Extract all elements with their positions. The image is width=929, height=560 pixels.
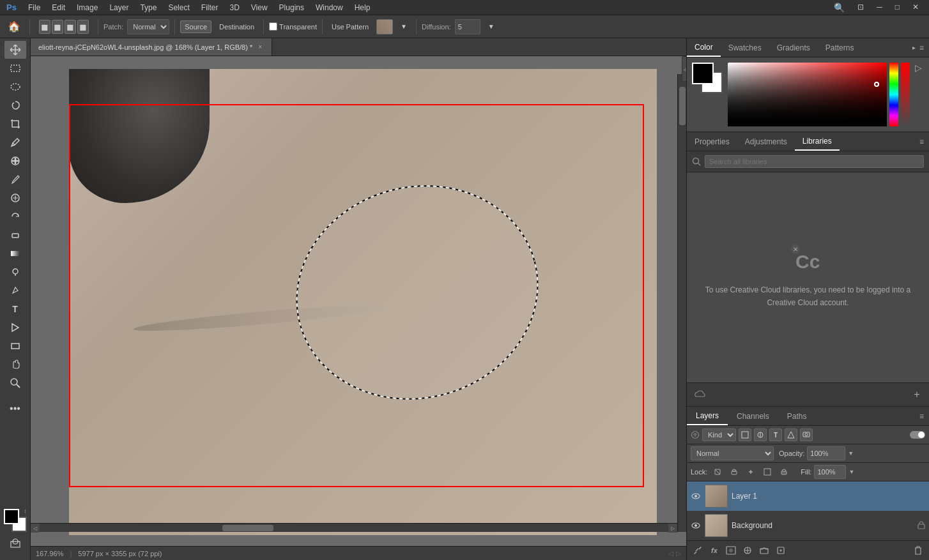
link-layers-btn[interactable]	[691, 543, 705, 557]
color-swatches-widget[interactable]: ↕	[4, 509, 27, 532]
prop-panel-menu[interactable]: ≡	[919, 137, 924, 146]
delete-layer-btn[interactable]	[911, 543, 925, 557]
new-layer-btn[interactable]	[774, 543, 788, 557]
background-visibility[interactable]	[691, 520, 701, 531]
quick-mask-btn[interactable]	[4, 534, 26, 552]
color-alpha-bar[interactable]	[901, 63, 910, 126]
minimize-btn[interactable]: ─	[871, 1, 887, 14]
fg-bg-swatches[interactable]	[692, 63, 723, 93]
tab-paths[interactable]: Paths	[778, 407, 816, 425]
scroll-left-indicator[interactable]: ◁	[668, 550, 673, 557]
tool-more[interactable]: •••	[4, 400, 26, 418]
tool-eraser[interactable]	[4, 226, 26, 244]
lock-transparent-btn[interactable]	[711, 465, 724, 478]
tool-crop[interactable]	[4, 115, 26, 133]
tab-properties[interactable]: Properties	[687, 132, 737, 151]
menu-3d[interactable]: 3D	[224, 2, 244, 13]
close-btn[interactable]: ✕	[907, 1, 924, 14]
menu-layer[interactable]: Layer	[104, 2, 134, 13]
lock-all-btn[interactable]	[778, 465, 790, 478]
tool-brush[interactable]	[4, 170, 26, 188]
filter-smart-btn[interactable]	[800, 428, 813, 441]
tool-pen[interactable]	[4, 282, 26, 299]
maximize-btn[interactable]: □	[890, 1, 905, 14]
fill-input[interactable]	[814, 465, 846, 479]
transparent-checkbox[interactable]	[269, 22, 277, 31]
diffusion-dropdown[interactable]: ▼	[484, 21, 498, 32]
menu-view[interactable]: View	[246, 2, 273, 13]
filter-type-btn[interactable]: T	[769, 428, 782, 441]
cloud-icon[interactable]	[692, 387, 707, 402]
tool-history-brush[interactable]	[4, 208, 26, 225]
tab-close-btn[interactable]: ×	[256, 43, 264, 51]
tool-gradient[interactable]	[4, 245, 26, 262]
blend-mode-select[interactable]: Normal	[691, 446, 774, 460]
diffusion-input[interactable]	[455, 19, 480, 34]
tool-healing[interactable]	[4, 152, 26, 170]
add-library-btn[interactable]: +	[910, 388, 924, 402]
tool-lasso[interactable]	[4, 96, 26, 114]
menu-select[interactable]: Select	[163, 2, 194, 13]
tool-shape[interactable]	[4, 337, 26, 355]
tool-marquee-ellipse[interactable]	[4, 78, 26, 96]
tool-hand[interactable]	[4, 356, 26, 374]
menu-type[interactable]: Type	[135, 2, 162, 13]
scroll-left-btn[interactable]: ◁	[31, 524, 40, 533]
tool-path-select[interactable]	[4, 319, 26, 337]
layer-row-1[interactable]: Layer 1	[687, 481, 929, 511]
tab-swatches[interactable]: Swatches	[721, 38, 769, 57]
home-btn[interactable]: 🏠	[4, 19, 24, 34]
source-btn[interactable]: Source	[180, 20, 211, 33]
scroll-right-btn[interactable]: ▷	[668, 524, 677, 533]
filter-shape-btn[interactable]	[785, 428, 797, 441]
filter-toggle[interactable]	[910, 431, 925, 439]
tool-zoom[interactable]	[4, 374, 26, 392]
menu-help[interactable]: Help	[349, 2, 376, 13]
lock-position-btn[interactable]	[744, 465, 757, 478]
filter-pixel-btn[interactable]	[739, 428, 751, 441]
canvas-tab[interactable]: eliott-reyna-jCEpN62oWL4-unsplash.jpg @ …	[31, 38, 272, 56]
tab-layers[interactable]: Layers	[687, 407, 728, 425]
patch-mode-select[interactable]: Normal	[127, 19, 169, 34]
lock-artboard-btn[interactable]	[761, 465, 774, 478]
tab-libraries[interactable]: Libraries	[795, 132, 840, 151]
filter-kind-select[interactable]: Kind	[702, 428, 736, 441]
use-pattern-btn[interactable]: Use Pattern	[328, 21, 372, 33]
transparent-check-label[interactable]: Transparent	[269, 22, 317, 31]
fill-dropdown[interactable]: ▼	[848, 469, 854, 475]
tool-marquee-rect[interactable]	[4, 59, 26, 77]
tool-dodge[interactable]	[4, 263, 26, 281]
scroll-thumb[interactable]	[222, 525, 273, 531]
filter-adjust-btn[interactable]	[754, 428, 767, 441]
tab-color[interactable]: Color	[687, 38, 721, 57]
panel-collapse-handle[interactable]: ◁	[682, 56, 686, 82]
canvas-scrollbar-right[interactable]	[677, 74, 686, 532]
pattern-swatch[interactable]	[376, 19, 393, 34]
menu-filter[interactable]: Filter	[196, 2, 224, 13]
foreground-color-swatch[interactable]	[692, 63, 714, 84]
panel-expand-icon[interactable]: ▷	[915, 63, 924, 73]
canvas-container[interactable]: ◁ ▷	[31, 56, 686, 546]
libraries-search-input[interactable]	[705, 155, 924, 168]
layer-1-visibility[interactable]	[691, 491, 701, 501]
color-hue-bar[interactable]	[889, 63, 898, 126]
new-group-btn[interactable]	[757, 543, 771, 557]
scroll-right-indicator[interactable]: ▷	[676, 550, 681, 557]
tab-adjustments[interactable]: Adjustments	[737, 132, 795, 151]
add-adjustment-btn[interactable]	[741, 543, 755, 557]
opacity-input[interactable]	[807, 446, 845, 460]
lock-pixels-btn[interactable]	[728, 465, 741, 478]
menu-window[interactable]: Window	[311, 2, 348, 13]
add-mask-btn[interactable]	[724, 543, 738, 557]
layout-icon[interactable]: ⊡	[852, 1, 869, 14]
tab-patterns[interactable]: Patterns	[818, 38, 862, 57]
tool-text[interactable]: T	[4, 300, 26, 318]
pattern-dropdown[interactable]: ▼	[397, 21, 411, 32]
tool-move[interactable]	[4, 41, 26, 59]
layer-row-background[interactable]: Background	[687, 511, 929, 540]
menu-plugins[interactable]: Plugins	[274, 2, 309, 13]
color-spectrum[interactable]	[728, 63, 887, 126]
canvas-scrollbar-bottom[interactable]: ◁ ▷	[31, 523, 677, 532]
destination-btn[interactable]: Destination	[215, 21, 258, 33]
layers-panel-menu[interactable]: ≡	[919, 412, 924, 421]
